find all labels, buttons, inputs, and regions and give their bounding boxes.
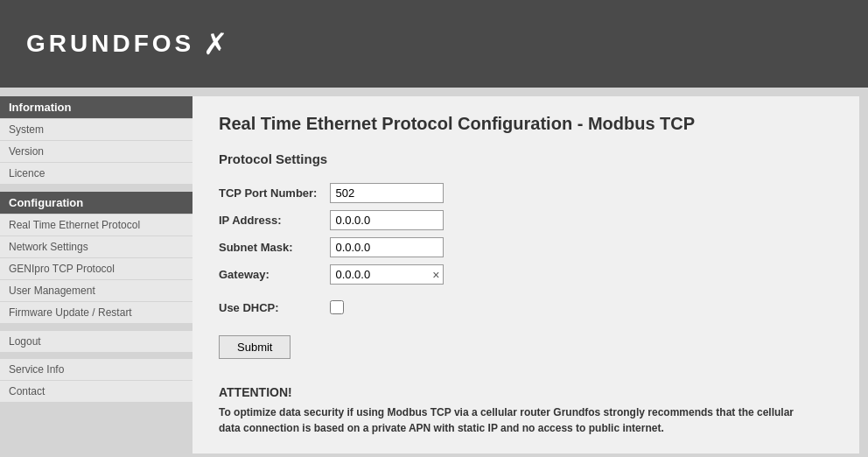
attention-section: ATTENTION! To optimize data security if … bbox=[219, 385, 833, 436]
sidebar-item-user-management[interactable]: User Management bbox=[0, 280, 192, 302]
info-section-header: Information bbox=[0, 96, 192, 118]
sidebar-item-network-settings[interactable]: Network Settings bbox=[0, 236, 192, 258]
gateway-input-container: × bbox=[330, 264, 444, 285]
tcp-port-input[interactable] bbox=[330, 183, 444, 203]
tcp-port-label: TCP Port Number: bbox=[219, 179, 330, 207]
protocol-settings-form: TCP Port Number: IP Address: Subnet Mask… bbox=[219, 179, 452, 318]
sidebar: Information System Version Licence Confi… bbox=[0, 88, 192, 457]
section-title: Protocol Settings bbox=[219, 151, 833, 166]
gateway-input[interactable] bbox=[331, 265, 429, 284]
logo: GRUNDFOS ✗ bbox=[26, 26, 228, 61]
ip-address-input[interactable] bbox=[330, 210, 444, 230]
sidebar-item-firmware[interactable]: Firmware Update / Restart bbox=[0, 302, 192, 324]
sidebar-item-contact[interactable]: Contact bbox=[0, 381, 192, 403]
gateway-label: Gateway: bbox=[219, 261, 330, 288]
attention-title: ATTENTION! bbox=[219, 385, 833, 399]
page-title: Real Time Ethernet Protocol Configuratio… bbox=[219, 114, 833, 134]
use-dhcp-label: Use DHCP: bbox=[219, 288, 330, 318]
gateway-row: Gateway: × bbox=[219, 261, 452, 288]
subnet-mask-row: Subnet Mask: bbox=[219, 234, 452, 261]
use-dhcp-container bbox=[330, 300, 444, 314]
subnet-mask-label: Subnet Mask: bbox=[219, 234, 330, 261]
config-section-header: Configuration bbox=[0, 192, 192, 214]
sidebar-item-version[interactable]: Version bbox=[0, 141, 192, 163]
tcp-port-row: TCP Port Number: bbox=[219, 179, 452, 207]
subnet-mask-input[interactable] bbox=[330, 237, 444, 257]
content-area: Real Time Ethernet Protocol Configuratio… bbox=[192, 96, 859, 453]
logo-icon: ✗ bbox=[203, 26, 228, 61]
sidebar-item-genipro[interactable]: GENIpro TCP Protocol bbox=[0, 258, 192, 280]
use-dhcp-checkbox[interactable] bbox=[330, 300, 344, 314]
sidebar-item-service-info[interactable]: Service Info bbox=[0, 359, 192, 381]
config-section: Configuration Real Time Ethernet Protoco… bbox=[0, 192, 192, 324]
sidebar-item-licence[interactable]: Licence bbox=[0, 163, 192, 185]
attention-text: To optimize data security if using Modbu… bbox=[219, 404, 814, 436]
use-dhcp-row: Use DHCP: bbox=[219, 288, 452, 318]
logo-text: GRUNDFOS bbox=[26, 30, 194, 58]
gateway-clear-button[interactable]: × bbox=[429, 269, 443, 281]
main-layout: Information System Version Licence Confi… bbox=[0, 88, 868, 457]
submit-button[interactable]: Submit bbox=[219, 335, 290, 359]
sidebar-item-system[interactable]: System bbox=[0, 119, 192, 141]
ip-address-row: IP Address: bbox=[219, 207, 452, 234]
header: GRUNDFOS ✗ bbox=[0, 0, 868, 88]
ip-address-label: IP Address: bbox=[219, 207, 330, 234]
sidebar-item-rte-protocol[interactable]: Real Time Ethernet Protocol bbox=[0, 214, 192, 236]
sidebar-item-logout[interactable]: Logout bbox=[0, 331, 192, 352]
info-section: Information System Version Licence bbox=[0, 96, 192, 185]
